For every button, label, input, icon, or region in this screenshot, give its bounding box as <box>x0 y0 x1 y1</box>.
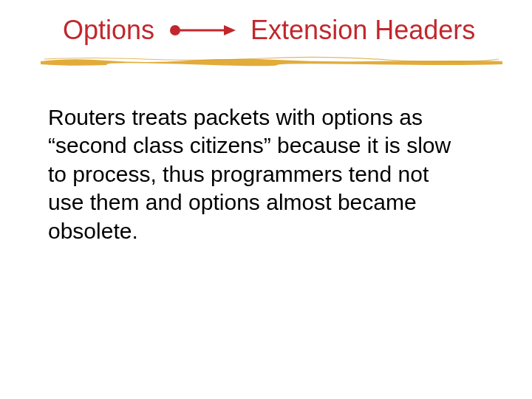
title-left: Options <box>63 15 154 46</box>
title-underline <box>41 55 502 69</box>
slide-title: Options Extension Headers <box>63 15 488 46</box>
arrow-right-icon <box>169 23 236 38</box>
title-right: Extension Headers <box>250 15 475 46</box>
svg-marker-2 <box>224 25 236 35</box>
body-text: Routers treats packets with options as “… <box>48 103 466 245</box>
slide: Options Extension Headers Routers treats… <box>0 0 532 399</box>
svg-point-0 <box>170 25 180 35</box>
